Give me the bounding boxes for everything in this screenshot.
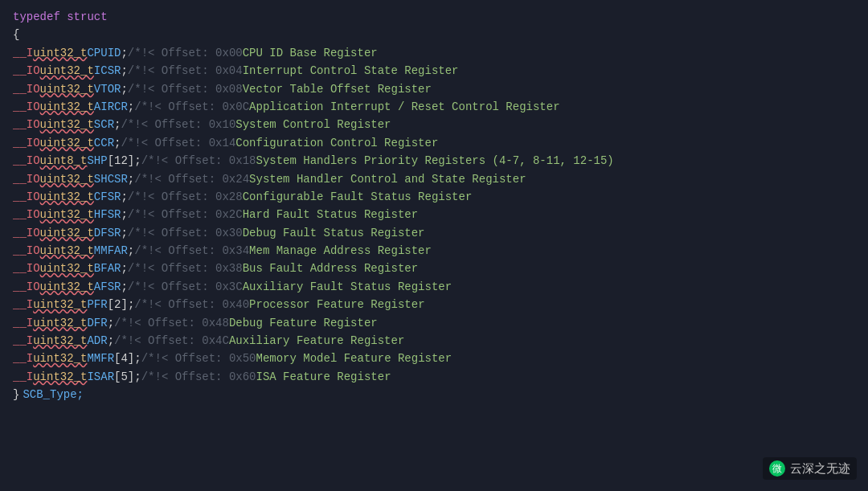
type-keyword: uint32_t	[40, 188, 94, 206]
semicolon: ;	[108, 314, 114, 332]
register-description: System Control Register	[235, 116, 391, 133]
register-description: CPU ID Base Register	[243, 44, 378, 62]
type-keyword: uint32_t	[40, 242, 94, 260]
type-keyword: uint32_t	[40, 98, 94, 116]
code-line: __IO uint32_t BFAR; /*!< Offset: 0x38 Bu…	[13, 260, 855, 277]
header-line: typedef struct	[13, 8, 855, 26]
comment-offset: /*!< Offset: 0x0C	[134, 98, 249, 116]
code-line: __I uint32_t ADR; /*!< Offset: 0x4C Auxi…	[13, 332, 855, 350]
comment-offset: /*!< Offset: 0x28	[128, 188, 243, 206]
comment-offset: /*!< Offset: 0x48	[114, 314, 229, 332]
comment-offset: /*!< Offset: 0x00	[128, 44, 243, 62]
semicolon: ;	[114, 134, 121, 152]
code-line: __I uint32_t CPUID; /*!< Offset: 0x00 CP…	[13, 44, 855, 62]
code-line: __IO uint32_t AFSR; /*!< Offset: 0x3C Au…	[13, 278, 855, 296]
var-name: MMFAR	[94, 242, 128, 260]
code-line: __IO uint32_t DFSR; /*!< Offset: 0x30 De…	[13, 224, 855, 242]
typedef-keyword: typedef struct	[13, 8, 108, 26]
var-name: HFSR	[94, 206, 121, 223]
comment-offset: /*!< Offset: 0x4C	[114, 332, 229, 350]
register-description: Hard Fault Status Register	[243, 206, 418, 223]
type-keyword: uint32_t	[40, 80, 94, 98]
comment-offset: /*!< Offset: 0x60	[141, 368, 256, 386]
io-keyword: __IO	[13, 152, 40, 170]
comment-offset: /*!< Offset: 0x10	[121, 116, 235, 133]
var-name: BFAR	[94, 260, 121, 277]
var-name: CFSR	[94, 188, 121, 206]
var-name: MMFR	[87, 350, 114, 367]
var-name: ISAR	[87, 368, 114, 386]
io-keyword: __IO	[13, 62, 40, 80]
io-keyword: __IO	[13, 80, 40, 98]
semicolon: ;	[121, 224, 127, 242]
open-brace: {	[13, 26, 19, 43]
io-keyword: __IO	[13, 260, 40, 277]
comment-offset: /*!< Offset: 0x2C	[128, 206, 243, 223]
semicolon: ;	[134, 152, 141, 170]
var-name: ICSR	[94, 62, 121, 80]
io-keyword: __I	[13, 296, 33, 313]
type-keyword: uint32_t	[40, 116, 94, 133]
type-keyword: uint32_t	[40, 278, 94, 296]
code-line: __I uint32_t MMFR[4]; /*!< Offset: 0x50 …	[13, 350, 855, 367]
type-keyword: uint32_t	[33, 368, 87, 386]
comment-offset: /*!< Offset: 0x04	[128, 62, 243, 80]
type-keyword: uint8_t	[40, 152, 88, 170]
semicolon: ;	[128, 242, 134, 260]
var-name: PFR	[87, 296, 107, 313]
semicolon: ;	[121, 80, 127, 98]
register-description: Debug Feature Register	[229, 314, 378, 332]
comment-offset: /*!< Offset: 0x34	[134, 242, 249, 260]
comment-offset: /*!< Offset: 0x30	[128, 224, 243, 242]
register-description: Memory Model Feature Register	[256, 350, 452, 367]
io-keyword: __I	[13, 332, 33, 350]
typedef-name: SCB_Type;	[23, 386, 84, 403]
code-line: __IO uint32_t HFSR; /*!< Offset: 0x2C Ha…	[13, 206, 855, 223]
wechat-icon: 微	[769, 460, 785, 477]
comment-offset: /*!< Offset: 0x14	[121, 134, 235, 152]
register-description: ISA Feature Register	[256, 368, 391, 386]
code-line: __IO uint8_t SHP[12]; /*!< Offset: 0x18 …	[13, 152, 855, 170]
var-name: DFR	[87, 314, 107, 332]
close-brace-line: } SCB_Type;	[13, 386, 855, 403]
register-description: Processor Feature Register	[249, 296, 424, 313]
var-name: SCR	[94, 116, 114, 133]
watermark: 微 云深之无迹	[763, 457, 857, 480]
register-description: Configurable Fault Status Register	[243, 188, 473, 206]
register-description: Vector Table Offset Register	[243, 80, 432, 98]
semicolon: ;	[128, 170, 134, 188]
code-line: __IO uint32_t VTOR; /*!< Offset: 0x08 Ve…	[13, 80, 855, 98]
semicolon: ;	[134, 350, 141, 367]
semicolon: ;	[121, 44, 127, 62]
io-keyword: __IO	[13, 134, 40, 152]
io-keyword: __IO	[13, 170, 40, 188]
type-keyword: uint32_t	[33, 314, 87, 332]
register-description: Auxiliary Feature Register	[229, 332, 404, 350]
var-name: DFSR	[94, 224, 121, 242]
code-line: __I uint32_t ISAR[5]; /*!< Offset: 0x60 …	[13, 368, 855, 386]
semicolon: ;	[121, 62, 127, 80]
array-size: [4]	[114, 350, 134, 367]
type-keyword: uint32_t	[33, 332, 87, 350]
comment-offset: /*!< Offset: 0x24	[134, 170, 249, 188]
var-name: SHP	[87, 152, 107, 170]
semicolon: ;	[121, 278, 127, 296]
register-description: Application Interrupt / Reset Control Re…	[249, 98, 559, 116]
io-keyword: __IO	[13, 224, 40, 242]
code-line: __IO uint32_t SCR; /*!< Offset: 0x10 Sys…	[13, 116, 855, 133]
register-description: Auxiliary Fault Status Register	[243, 278, 452, 296]
comment-offset: /*!< Offset: 0x3C	[128, 278, 243, 296]
var-name: AIRCR	[94, 98, 128, 116]
type-keyword: uint32_t	[40, 170, 94, 188]
semicolon: ;	[121, 206, 127, 223]
code-line: __IO uint32_t CCR; /*!< Offset: 0x14 Con…	[13, 134, 855, 152]
io-keyword: __IO	[13, 116, 40, 133]
type-keyword: uint32_t	[33, 296, 87, 313]
open-brace-line: {	[13, 26, 855, 43]
io-keyword: __IO	[13, 98, 40, 116]
type-keyword: uint32_t	[40, 260, 94, 277]
watermark-text: 云深之无迹	[790, 461, 850, 477]
register-description: Debug Fault Status Register	[243, 224, 425, 242]
io-keyword: __IO	[13, 206, 40, 223]
var-name: CCR	[94, 134, 114, 152]
